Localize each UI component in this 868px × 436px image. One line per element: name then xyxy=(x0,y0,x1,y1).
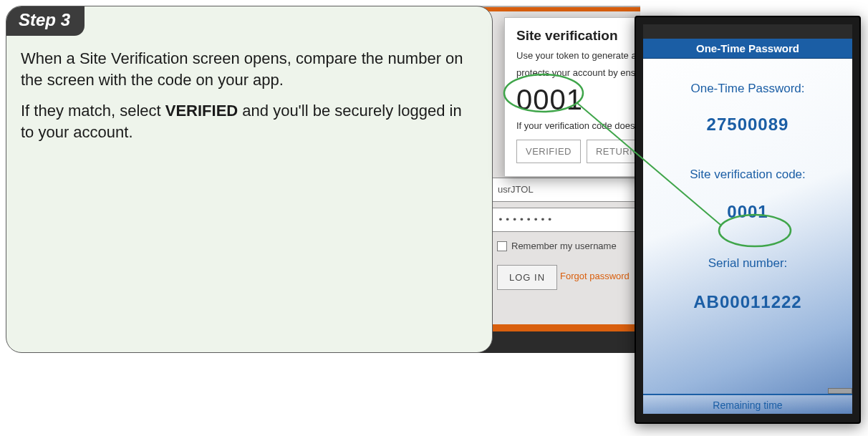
instruction-card: Step 3 When a Site Verification screen o… xyxy=(6,6,493,353)
phone-device: One-Time Password One-Time Password: 275… xyxy=(635,16,861,424)
phone-screen: One-Time Password One-Time Password: 275… xyxy=(643,39,852,414)
footer-dark-strip xyxy=(476,331,640,353)
progress-indicator xyxy=(828,388,852,394)
username-field[interactable]: usrJTOL xyxy=(490,178,640,202)
site-verification-value: 0001 xyxy=(643,202,852,222)
footer-orange-strip xyxy=(476,324,640,331)
instruction-paragraph-2: If they match, select VERIFIED and you'l… xyxy=(21,100,475,142)
serial-number-label: Serial number: xyxy=(643,256,852,271)
remember-username-label: Remember my username xyxy=(511,241,617,251)
checkbox-icon[interactable] xyxy=(497,241,507,251)
app-header: One-Time Password xyxy=(643,39,852,59)
forgot-password-link[interactable]: Forgot password xyxy=(560,271,630,281)
instruction-paragraph-1: When a Site Verification screen opens, c… xyxy=(21,48,475,90)
brand-orange-bar xyxy=(476,7,640,11)
site-verification-label: Site verification code: xyxy=(643,168,852,182)
phone-status-bar xyxy=(643,24,852,39)
otp-value: 27500089 xyxy=(643,115,852,135)
instruction-text: When a Site Verification screen opens, c… xyxy=(21,48,475,153)
otp-label: One-Time Password: xyxy=(643,82,852,96)
serial-number-value: AB00011222 xyxy=(643,292,852,312)
instruction-para2-bold: VERIFIED xyxy=(165,102,238,120)
instruction-para2-pre: If they match, select xyxy=(21,102,165,120)
login-button[interactable]: LOG IN xyxy=(497,265,557,290)
step-badge: Step 3 xyxy=(6,6,85,36)
remember-username-row[interactable]: Remember my username xyxy=(497,241,617,251)
remaining-time-label: Remaining time xyxy=(643,394,852,414)
verified-button[interactable]: VERIFIED xyxy=(516,140,581,163)
password-field[interactable]: •••••••• xyxy=(490,208,640,232)
